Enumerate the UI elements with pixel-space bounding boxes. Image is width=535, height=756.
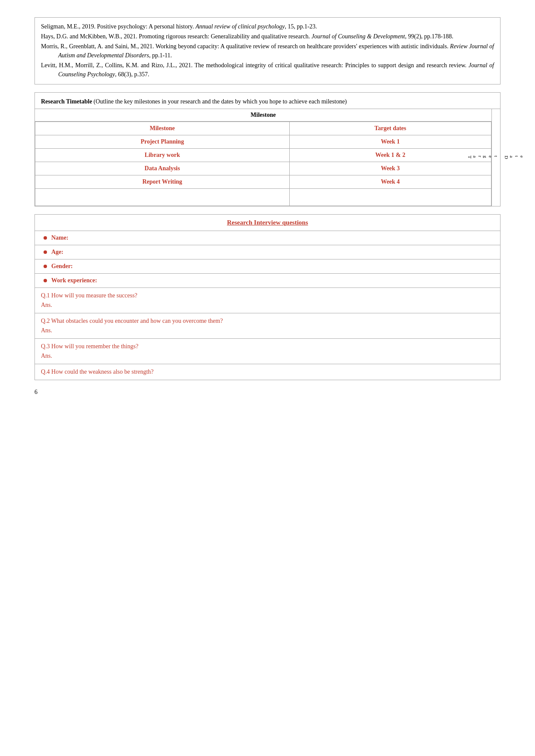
bullet-age-label: Age:	[51, 249, 63, 256]
references-box: Seligman, M.E., 2019. Positive psycholog…	[34, 17, 501, 84]
bullet-gender-label: Gender:	[51, 263, 73, 270]
question-4: Q.4 How could the weakness also be stren…	[41, 369, 494, 375]
timetable-header: Research Timetable (Outline the key mile…	[35, 93, 500, 109]
target-week3: Week 3	[289, 162, 491, 175]
answer-2: Ans.	[41, 327, 494, 334]
table-row: Project Planning Week 1	[35, 135, 491, 149]
col-target-dates: Target dates	[289, 122, 491, 135]
milestone-header-label: Milestone	[250, 112, 275, 118]
interview-section: Research Interview questions Name: Age: …	[34, 214, 501, 380]
bullet-work-row: Work experience:	[35, 274, 500, 288]
target-week1-2: Week 1 & 2	[289, 149, 491, 162]
side-label-text: TargetDate	[467, 156, 525, 160]
timetable-outer: Milestone Milestone Target dates Project…	[35, 109, 500, 206]
bullet-name-row: Name:	[35, 231, 500, 245]
ref-3: Morris, R., Greenblatt, A. and Saini, M.…	[41, 42, 494, 60]
table-header-row: Milestone Target dates	[35, 122, 491, 135]
question-3: Q.3 How will you remember the things?	[41, 343, 494, 350]
milestone-report-writing: Report Writing	[35, 175, 290, 189]
bullet-work-label: Work experience:	[51, 277, 97, 284]
timetable-table-container: Milestone Milestone Target dates Project…	[35, 109, 491, 206]
interview-title: Research Interview questions	[35, 215, 500, 231]
bullet-age-row: Age:	[35, 245, 500, 259]
bullet-dot-work	[44, 279, 47, 282]
answer-3: Ans.	[41, 353, 494, 359]
ref-4: Levitt, H.M., Morrill, Z., Collins, K.M.…	[41, 61, 494, 79]
milestone-library-work: Library work	[35, 149, 290, 162]
bullet-dot-age	[44, 250, 47, 254]
table-row: Library work Week 1 & 2	[35, 149, 491, 162]
target-week4: Week 4	[289, 175, 491, 189]
page-number: 6	[34, 389, 501, 396]
ref-2: Hays, D.G. and McKibben, W.B., 2021. Pro…	[41, 32, 494, 41]
timetable-section: Research Timetable (Outline the key mile…	[34, 92, 501, 206]
col-milestone: Milestone	[35, 122, 290, 135]
milestone-table: Milestone Target dates Project Planning …	[35, 122, 491, 206]
bullet-dot-gender	[44, 265, 47, 268]
table-row: Data Analysis Week 3	[35, 162, 491, 175]
question-1: Q.1 How will you measure the success?	[41, 292, 494, 299]
empty-row	[35, 189, 491, 206]
milestone-project-planning: Project Planning	[35, 135, 290, 149]
qa-row-3: Q.3 How will you remember the things? An…	[35, 339, 500, 364]
answer-1: Ans.	[41, 302, 494, 309]
milestone-title-row: Milestone	[35, 109, 491, 122]
bullet-gender-row: Gender:	[35, 259, 500, 274]
bullet-dot-name	[44, 236, 47, 240]
milestone-data-analysis: Data Analysis	[35, 162, 290, 175]
bullet-name-label: Name:	[51, 234, 69, 241]
qa-row-1: Q.1 How will you measure the success? An…	[35, 288, 500, 313]
qa-row-2: Q.2 What obstacles could you encounter a…	[35, 313, 500, 339]
table-row: Report Writing Week 4	[35, 175, 491, 189]
ref-1: Seligman, M.E., 2019. Positive psycholog…	[41, 22, 494, 31]
timetable-intro-rest: (Outline the key milestones in your rese…	[92, 98, 347, 105]
timetable-side-label: TargetDate	[491, 109, 500, 206]
qa-row-4: Q.4 How could the weakness also be stren…	[35, 364, 500, 380]
timetable-title: Research Timetable	[41, 98, 92, 105]
question-2: Q.2 What obstacles could you encounter a…	[41, 318, 494, 325]
target-week1: Week 1	[289, 135, 491, 149]
